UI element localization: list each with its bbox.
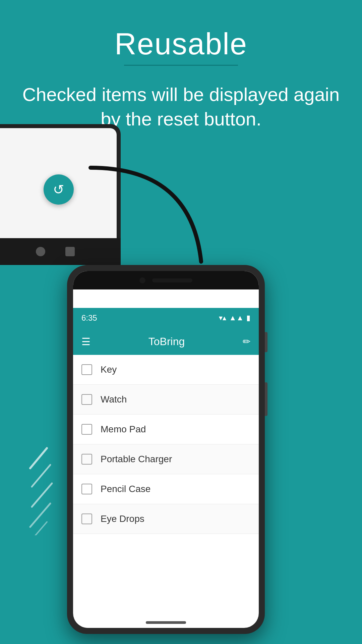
- svg-line-1: [30, 448, 47, 468]
- camera-dot: [139, 277, 145, 283]
- nav-square-button: [65, 247, 75, 256]
- checkbox-eye-drops[interactable]: [81, 514, 92, 524]
- hamburger-icon[interactable]: ☰: [81, 336, 90, 347]
- reset-icon: ↺: [53, 182, 64, 197]
- list-item[interactable]: Watch: [73, 385, 259, 415]
- svg-line-4: [30, 503, 50, 527]
- battery-icon: ▮: [246, 314, 250, 322]
- checkbox-pencil-case[interactable]: [81, 484, 92, 494]
- checkbox-memopad[interactable]: [81, 424, 92, 435]
- main-phone-mockup: 6:35 ▾▴ ▲▲ ▮ ☰ ToBring ✏ Key: [67, 265, 265, 634]
- decorative-lines: [13, 441, 64, 537]
- list-item[interactable]: Portable Charger: [73, 444, 259, 474]
- checkbox-portable-charger[interactable]: [81, 454, 92, 465]
- app-toolbar: ☰ ToBring ✏: [73, 328, 259, 355]
- svg-line-5: [27, 522, 47, 535]
- list-item[interactable]: Eye Drops: [73, 504, 259, 534]
- main-phone-frame: 6:35 ▾▴ ▲▲ ▮ ☰ ToBring ✏ Key: [67, 265, 265, 634]
- reset-button[interactable]: ↺: [44, 174, 74, 205]
- list-item[interactable]: Pencil Case: [73, 474, 259, 504]
- item-label-memopad: Memo Pad: [101, 424, 146, 435]
- status-icons: ▾▴ ▲▲ ▮: [219, 314, 250, 322]
- item-label-portable-charger: Portable Charger: [101, 454, 172, 465]
- item-label-watch: Watch: [101, 394, 127, 405]
- header-section: Reusable Checked items will be displayed…: [0, 0, 362, 145]
- signal-icon: ▲▲: [229, 314, 244, 322]
- item-label-pencil-case: Pencil Case: [101, 484, 150, 494]
- checkbox-key[interactable]: [81, 364, 92, 375]
- item-label-key: Key: [101, 364, 117, 375]
- title-underline: [124, 65, 238, 66]
- speaker-bar: [152, 278, 192, 282]
- item-label-eye-drops: Eye Drops: [101, 514, 144, 524]
- list-item[interactable]: Memo Pad: [73, 415, 259, 444]
- list-item[interactable]: Key: [73, 355, 259, 385]
- status-bar: 6:35 ▾▴ ▲▲ ▮: [73, 308, 259, 328]
- svg-line-2: [32, 465, 50, 487]
- volume-button: [265, 332, 267, 352]
- page-title: Reusable: [0, 27, 362, 61]
- checklist: Key Watch Memo Pad Portable Charger Penc…: [73, 355, 259, 534]
- home-indicator: [146, 621, 186, 624]
- power-button: [265, 382, 267, 416]
- status-time: 6:35: [81, 313, 97, 323]
- toolbar-title: ToBring: [97, 335, 236, 348]
- svg-line-3: [32, 483, 52, 507]
- nav-circle-button: [36, 247, 45, 256]
- checkbox-watch[interactable]: [81, 394, 92, 405]
- edit-icon[interactable]: ✏: [243, 336, 250, 347]
- wifi-icon: ▾▴: [219, 314, 226, 322]
- main-phone-screen: 6:35 ▾▴ ▲▲ ▮ ☰ ToBring ✏ Key: [73, 271, 259, 628]
